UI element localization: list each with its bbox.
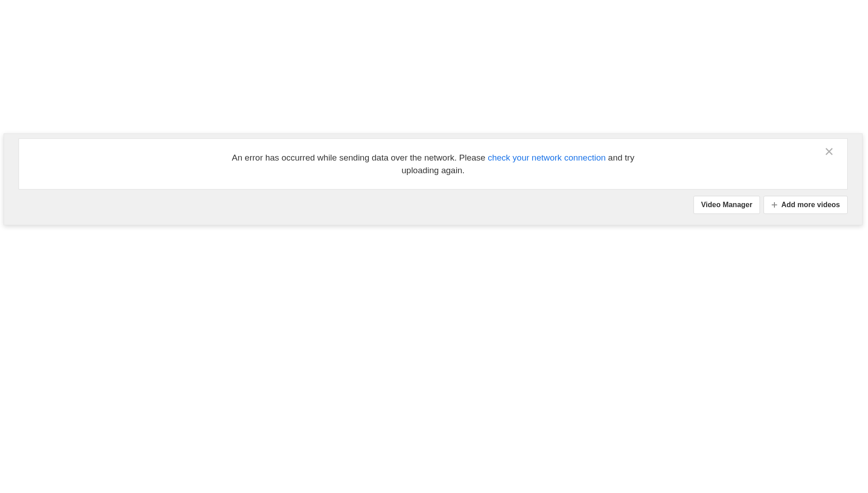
close-icon — [825, 147, 833, 157]
video-manager-label: Video Manager — [701, 201, 753, 209]
action-buttons: Video Manager Add more videos — [4, 196, 862, 214]
add-more-videos-button[interactable]: Add more videos — [764, 196, 848, 214]
error-alert: An error has occurred while sending data… — [19, 138, 848, 190]
error-message: An error has occurred while sending data… — [225, 152, 641, 176]
add-more-videos-label: Add more videos — [781, 201, 840, 209]
upload-panel: An error has occurred while sending data… — [4, 133, 863, 225]
video-manager-button[interactable]: Video Manager — [693, 196, 760, 214]
close-alert-button[interactable] — [824, 147, 835, 158]
plus-icon — [771, 202, 778, 208]
error-text-prefix: An error has occurred while sending data… — [232, 153, 488, 162]
check-network-link[interactable]: check your network connection — [488, 153, 606, 162]
